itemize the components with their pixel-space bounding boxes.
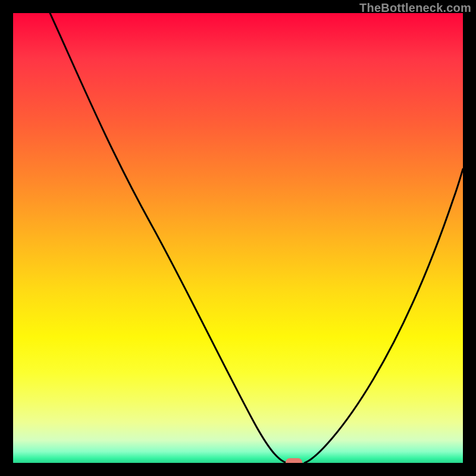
bottleneck-curve xyxy=(13,13,463,463)
watermark-text: TheBottleneck.com xyxy=(359,1,471,15)
plot-area xyxy=(13,13,463,463)
curve-left xyxy=(50,13,287,463)
curve-right xyxy=(305,169,463,463)
optimal-marker xyxy=(286,458,302,463)
chart-canvas: TheBottleneck.com xyxy=(0,0,476,476)
